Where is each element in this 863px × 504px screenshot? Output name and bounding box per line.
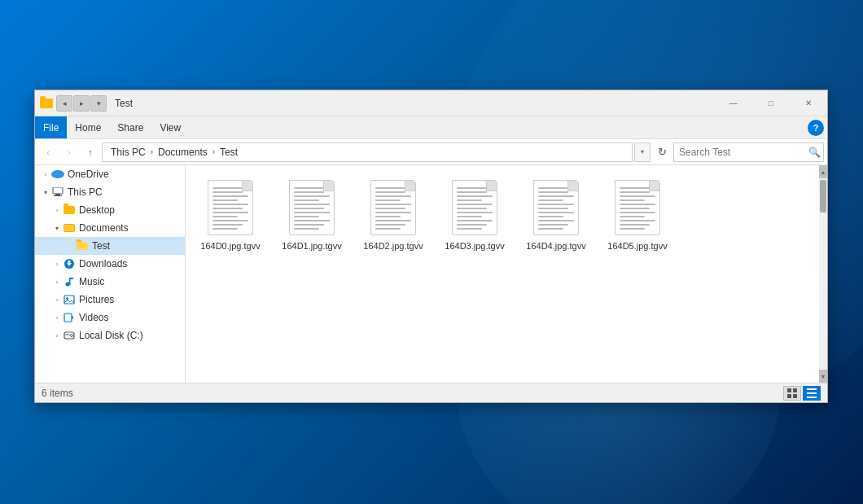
doc-line — [375, 208, 405, 209]
close-button[interactable]: ✕ — [790, 90, 827, 116]
sidebar-item-thispc[interactable]: ▾ This PC — [35, 183, 185, 201]
sidebar-item-documents[interactable]: ▾ Documents — [35, 219, 185, 237]
doc-line — [212, 195, 248, 197]
file-item-3[interactable]: 164D3.jpg.tgvv — [438, 173, 511, 255]
explorer-window: ◂ ▸ ▾ Test — □ ✕ File Home Share View ? … — [34, 90, 828, 403]
menu-share[interactable]: Share — [109, 116, 151, 138]
doc-line — [212, 212, 248, 213]
item-count: 6 items — [42, 388, 783, 399]
menu-home[interactable]: Home — [67, 116, 109, 138]
path-documents[interactable]: Documents — [155, 145, 211, 160]
doc-line — [457, 195, 493, 197]
sidebar-item-onedrive[interactable]: › OneDrive — [35, 165, 185, 183]
back-button[interactable]: ‹ — [38, 142, 58, 162]
title-nav-back[interactable]: ◂ — [56, 95, 72, 112]
title-bar: ◂ ▸ ▾ Test — □ ✕ — [35, 90, 827, 116]
doc-line — [375, 220, 411, 221]
doc-line — [620, 199, 645, 201]
minimize-button[interactable]: — — [715, 90, 752, 116]
doc-line — [620, 191, 650, 193]
search-input[interactable] — [674, 147, 806, 158]
sidebar-item-music[interactable]: › Music — [35, 273, 185, 291]
documents-folder-icon — [63, 221, 76, 234]
doc-line — [620, 228, 645, 230]
file-item-4[interactable]: 164D4.jpg.tgvv — [519, 173, 593, 255]
sidebar-label-documents: Documents — [79, 222, 129, 234]
path-thispc[interactable]: This PC — [107, 145, 149, 160]
file-item-0[interactable]: 164D0.jpg.tgvv — [194, 173, 267, 255]
address-dropdown[interactable]: ▾ — [634, 142, 651, 162]
doc-line — [620, 216, 645, 217]
doc-line — [538, 187, 574, 189]
menu-file[interactable]: File — [35, 116, 67, 138]
pc-icon — [51, 186, 64, 199]
svg-rect-21 — [807, 388, 817, 390]
doc-line — [620, 187, 655, 189]
view-list-button[interactable] — [803, 386, 821, 401]
file-icon-0 — [204, 177, 256, 239]
sidebar-item-localdisk[interactable]: › Local Disk (C:) — [35, 327, 185, 344]
svg-rect-6 — [68, 261, 71, 264]
search-button[interactable]: 🔍 — [806, 143, 823, 161]
doc-line — [212, 220, 248, 221]
path-test[interactable]: Test — [217, 145, 241, 160]
localdisk-icon — [63, 329, 76, 342]
window-title: Test — [112, 98, 715, 109]
forward-button[interactable]: › — [59, 142, 79, 162]
doc-line — [538, 195, 574, 197]
file-item-5[interactable]: 164D5.jpg.tgvv — [601, 173, 674, 255]
menu-view[interactable]: View — [151, 116, 189, 138]
sidebar-scroll[interactable]: › OneDrive ▾ This PC › — [35, 165, 185, 383]
sidebar-label-thispc: This PC — [68, 186, 103, 198]
doc-icon-2 — [370, 180, 416, 235]
doc-line — [457, 212, 493, 213]
svg-point-11 — [66, 297, 68, 300]
status-bar: 6 items — [35, 383, 827, 402]
title-nav-down[interactable]: ▾ — [90, 95, 107, 112]
file-icon-4 — [530, 177, 582, 239]
address-path[interactable]: This PC › Documents › Test — [102, 142, 633, 162]
doc-icon-3 — [452, 180, 497, 235]
doc-line — [620, 220, 655, 221]
sidebar-item-test[interactable]: Test — [35, 237, 185, 255]
sidebar-item-desktop[interactable]: › Desktop — [35, 201, 185, 219]
doc-line — [457, 191, 487, 193]
doc-line — [538, 228, 563, 230]
expand-documents: ▾ — [51, 222, 63, 234]
doc-line — [457, 220, 493, 221]
up-button[interactable]: ↑ — [81, 142, 100, 162]
svg-point-0 — [51, 170, 64, 178]
view-grid-button[interactable] — [783, 386, 801, 401]
expand-thispc: ▾ — [40, 186, 51, 198]
maximize-button[interactable]: □ — [752, 90, 790, 116]
menu-bar-right: ? — [808, 120, 827, 136]
doc-line — [538, 204, 574, 205]
file-item-2[interactable]: 164D2.jpg.tgvv — [357, 173, 430, 255]
title-bar-nav-icons: ◂ ▸ ▾ — [56, 95, 107, 112]
file-area: 164D0.jpg.tgvv — [186, 165, 827, 383]
expand-pictures: › — [51, 294, 63, 305]
doc-line — [294, 216, 319, 217]
sidebar-item-videos[interactable]: › Videos — [35, 309, 185, 327]
doc-line — [457, 204, 493, 205]
file-name-1: 164D1.jpg.tgvv — [282, 240, 341, 252]
doc-line — [294, 195, 330, 197]
pictures-icon — [63, 293, 76, 306]
menu-bar: File Home Share View ? — [35, 116, 827, 139]
svg-rect-1 — [53, 187, 63, 194]
doc-line — [294, 224, 324, 226]
title-nav-forward[interactable]: ▸ — [73, 95, 90, 112]
refresh-button[interactable]: ↻ — [652, 142, 672, 162]
doc-line — [457, 187, 493, 189]
doc-line — [457, 224, 487, 226]
sidebar-item-downloads[interactable]: › Downloads — [35, 255, 185, 273]
doc-line — [212, 224, 243, 226]
sidebar-item-pictures[interactable]: › Pictures — [35, 291, 185, 309]
help-button[interactable]: ? — [808, 120, 824, 136]
file-name-0: 164D0.jpg.tgvv — [200, 240, 260, 252]
doc-line — [294, 212, 330, 213]
file-name-3: 164D3.jpg.tgvv — [445, 240, 504, 252]
file-item-1[interactable]: 164D1.jpg.tgvv — [275, 173, 348, 255]
svg-marker-13 — [72, 316, 74, 319]
file-icon-2 — [367, 177, 419, 239]
